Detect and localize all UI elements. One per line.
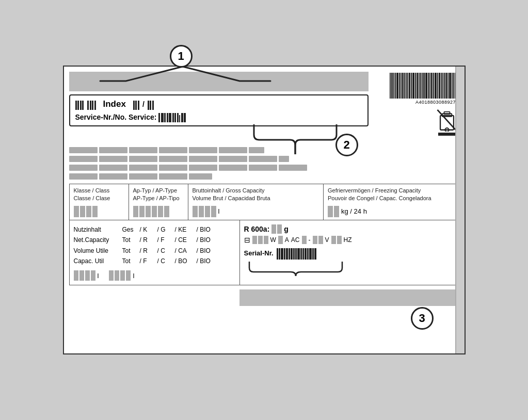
side-stripe <box>455 67 465 353</box>
vol-unit-2: l <box>133 272 134 280</box>
serial-brace <box>244 262 347 277</box>
class-value <box>74 206 124 217</box>
capacity-area: Nutzinhalt Ges / K / G / KE / BIO Net.Ca… <box>69 220 459 286</box>
top-right-area: A4018803088927A <box>372 72 459 136</box>
index-text: Index <box>103 99 126 109</box>
callout-3-area: 3 <box>69 307 459 330</box>
serial-row: Serial-Nr. <box>244 247 455 260</box>
bottom-area <box>69 289 459 306</box>
cap-row-2: Net.Capacity Tot / R / F / CE / BIO <box>74 235 235 245</box>
cap-row-3: Volume Utile Tot / R / C / CA / BIO <box>74 246 235 256</box>
plug-icon: ⊟ <box>244 236 250 244</box>
serial-barcode <box>277 247 316 260</box>
product-label: 1 Index <box>63 66 466 354</box>
ap-type-value <box>133 206 184 217</box>
spec-freezing-cap: Gefriervermögen / Freezing Capacity Pouv… <box>324 184 459 220</box>
cap-right: R 600a: g ⊟ W <box>240 220 459 285</box>
spec-ap-type: Ap-Typ / AP-Type AP-Type / AP-Tipo <box>129 184 188 220</box>
spec-class: Klasse / Class Classe / Clase <box>70 184 129 220</box>
class-label: Klasse / Class Classe / Clase <box>74 187 124 203</box>
gross-cap-label: Bruttoinhalt / Gross Capacity Volume Bru… <box>193 187 319 203</box>
barcode-right1 <box>133 99 139 110</box>
cap-row-1: Nutzinhalt Ges / K / G / KE / BIO <box>74 224 235 235</box>
info-box-line1: Index / <box>75 99 362 110</box>
callout-1: 1 <box>170 45 193 68</box>
ap-type-label: Ap-Typ / AP-Type AP-Type / AP-Tipo <box>133 187 184 203</box>
info-box: Index / Service-Nr./No. Service: <box>69 94 369 126</box>
freezing-cap-value: kg / 24 h <box>328 206 455 217</box>
svg-rect-2 <box>444 112 450 115</box>
unit-kg24h: kg / 24 h <box>341 207 367 215</box>
specs-row: Klasse / Class Classe / Clase Ap-Typ / A… <box>69 184 459 220</box>
service-barcode <box>158 112 186 122</box>
main-barcode-bars <box>390 72 459 99</box>
volume-values: l l <box>74 270 235 281</box>
barcode-text: A4018803088927A <box>415 100 459 105</box>
service-line: Service-Nr./No. Service: <box>75 112 362 122</box>
weee-underline <box>438 133 456 136</box>
callout-2: 2 <box>335 134 358 156</box>
bottom-gray-bar <box>239 289 459 306</box>
barcode-right2 <box>148 99 154 110</box>
callout-3: 3 <box>411 307 434 330</box>
unit-l: l <box>218 207 220 215</box>
freezing-cap-label: Gefriervermögen / Freezing Capacity Pouv… <box>328 187 455 203</box>
vol-unit-1: l <box>98 272 99 280</box>
cap-left: Nutzinhalt Ges / K / G / KE / BIO Net.Ca… <box>70 220 240 285</box>
main-barcode: A4018803088927A <box>390 72 459 105</box>
cap-row-4: Capac. Util Tot / F / C / BO / BIO <box>74 256 235 266</box>
spec-gross-cap: Bruttoinhalt / Gross Capacity Volume Bru… <box>188 184 324 220</box>
barcode-left <box>75 99 96 110</box>
r600-row: R 600a: g <box>244 224 455 234</box>
gross-cap-value: l <box>193 206 319 217</box>
power-row: ⊟ W A AC - <box>244 236 455 244</box>
